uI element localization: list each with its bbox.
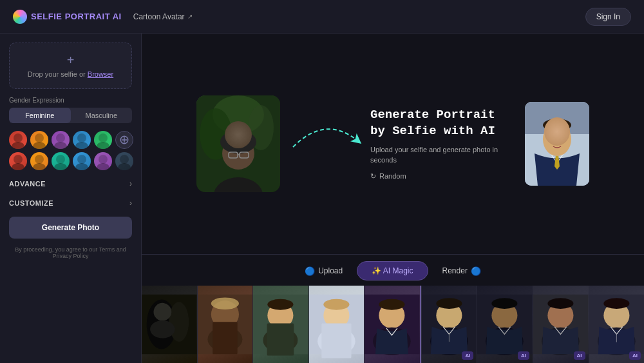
hero-title: Generate Portraitby Selfie with AI <box>370 107 512 139</box>
customize-label: CUSTOMIZE <box>9 199 53 207</box>
svg-point-14 <box>12 163 24 170</box>
style-avatar-3[interactable] <box>52 131 70 149</box>
style-avatar-2[interactable] <box>30 131 48 149</box>
svg-point-44 <box>169 302 189 342</box>
tabs-bar: 🔵 Upload ✨ AI Magic Render 🔵 <box>142 255 644 286</box>
tab-render-label: Render <box>442 266 468 275</box>
arc-arrow <box>287 108 364 160</box>
svg-point-41 <box>556 142 558 144</box>
sidebar-note: By proceeding, you agree to our Terms an… <box>9 246 132 259</box>
svg-point-18 <box>54 163 67 170</box>
advance-toggle[interactable]: ADVANCE › <box>9 178 132 190</box>
external-link-icon: ↗ <box>187 13 193 20</box>
content-area: Generate Portraitby Selfie with AI Uploa… <box>142 34 644 363</box>
svg-point-0 <box>14 133 23 142</box>
svg-point-46 <box>150 320 175 338</box>
svg-point-51 <box>211 297 238 309</box>
svg-point-3 <box>33 142 46 149</box>
style-avatar-4[interactable] <box>73 131 91 149</box>
upload-icon: 🔵 <box>305 266 315 276</box>
svg-point-1 <box>12 142 24 149</box>
style-grid <box>9 131 132 170</box>
svg-point-56 <box>267 299 293 310</box>
random-button[interactable]: ↻ Random <box>370 172 406 181</box>
strip-image-5[interactable] <box>365 286 421 363</box>
svg-point-77 <box>547 298 573 309</box>
customize-chevron-icon: › <box>129 199 132 208</box>
svg-point-5 <box>54 142 67 149</box>
image-strip: AI AI <box>142 286 644 363</box>
tab-upload[interactable]: 🔵 Upload <box>290 261 357 280</box>
style-avatar-12[interactable] <box>115 152 133 170</box>
header: SELFIE PORTRAIT AI Cartoon Avatar ↗ Sign… <box>0 0 644 34</box>
svg-point-45 <box>154 303 172 321</box>
gender-section: Gender Expression Feminine Masculine <box>9 97 132 123</box>
ai-badge-6: AI <box>462 351 473 360</box>
strip-image-2[interactable] <box>198 286 253 363</box>
random-icon: ↻ <box>370 172 376 181</box>
svg-point-61 <box>323 299 349 310</box>
svg-rect-55 <box>267 323 294 355</box>
ai-badge-8: AI <box>574 351 585 360</box>
svg-point-20 <box>75 163 88 170</box>
advance-chevron-icon: › <box>129 179 132 188</box>
svg-point-37 <box>543 123 571 156</box>
style-avatar-6[interactable] <box>115 131 133 149</box>
style-avatar-11[interactable] <box>94 152 112 170</box>
strip-image-8[interactable]: AI <box>533 286 589 363</box>
strip-image-1[interactable] <box>142 286 197 363</box>
gender-toggle: Feminine Masculine <box>9 108 132 123</box>
strip-image-6[interactable]: AI <box>422 286 477 363</box>
gender-label: Gender Expression <box>9 97 132 104</box>
strip-image-3[interactable] <box>253 286 308 363</box>
svg-point-24 <box>118 163 131 170</box>
svg-point-15 <box>35 155 44 164</box>
logo: SELFIE PORTRAIT AI <box>13 10 122 24</box>
svg-point-69 <box>436 298 462 309</box>
svg-point-73 <box>492 298 518 309</box>
customize-toggle[interactable]: CUSTOMIZE › <box>9 197 132 209</box>
style-avatar-1[interactable] <box>9 131 27 149</box>
strip-image-7[interactable]: AI <box>477 286 533 363</box>
main-layout: + Drop your selfie or Browser Gender Exp… <box>0 34 644 363</box>
svg-point-19 <box>77 155 86 164</box>
svg-point-16 <box>33 163 46 170</box>
tab-ai-magic-label: ✨ AI Magic <box>372 266 413 275</box>
svg-point-65 <box>379 299 405 310</box>
browse-link[interactable]: Browser <box>88 70 113 78</box>
gender-masculine-button[interactable]: Masculine <box>71 108 133 123</box>
svg-point-9 <box>97 142 109 149</box>
strip-image-9[interactable]: AI <box>589 286 645 363</box>
style-avatar-9[interactable] <box>52 152 70 170</box>
svg-point-81 <box>603 298 629 309</box>
style-avatar-8[interactable] <box>30 152 48 170</box>
sign-in-button[interactable]: Sign In <box>585 8 631 26</box>
tab-ai-magic[interactable]: ✨ AI Magic <box>357 261 428 280</box>
upload-text: Drop your selfie or Browser <box>16 70 125 78</box>
render-icon: 🔵 <box>471 266 481 276</box>
nav-link-label: Cartoon Avatar <box>133 12 185 21</box>
upload-box[interactable]: + Drop your selfie or Browser <box>9 43 132 89</box>
svg-point-38 <box>543 119 571 132</box>
gender-feminine-button[interactable]: Feminine <box>9 108 71 123</box>
svg-point-22 <box>97 163 109 170</box>
sidebar: + Drop your selfie or Browser Gender Exp… <box>0 34 142 363</box>
svg-point-40 <box>560 135 564 140</box>
style-avatar-5[interactable] <box>94 131 112 149</box>
strip-image-4[interactable] <box>309 286 365 363</box>
hero-section: Generate Portraitby Selfie with AI Uploa… <box>142 34 644 254</box>
svg-point-23 <box>120 155 129 164</box>
svg-point-39 <box>550 135 554 140</box>
style-avatar-7[interactable] <box>9 152 27 170</box>
svg-rect-50 <box>213 322 238 354</box>
logo-icon <box>13 10 27 24</box>
style-avatar-10[interactable] <box>73 152 91 170</box>
logo-text: SELFIE PORTRAIT AI <box>31 12 122 21</box>
nav-cartoon-avatar[interactable]: Cartoon Avatar ↗ <box>133 12 193 21</box>
svg-point-7 <box>75 142 88 149</box>
generate-photo-button[interactable]: Generate Photo <box>9 217 132 239</box>
header-left: SELFIE PORTRAIT AI Cartoon Avatar ↗ <box>13 10 193 24</box>
svg-rect-60 <box>321 323 351 358</box>
tab-render[interactable]: Render 🔵 <box>428 261 495 280</box>
svg-point-4 <box>56 133 65 142</box>
